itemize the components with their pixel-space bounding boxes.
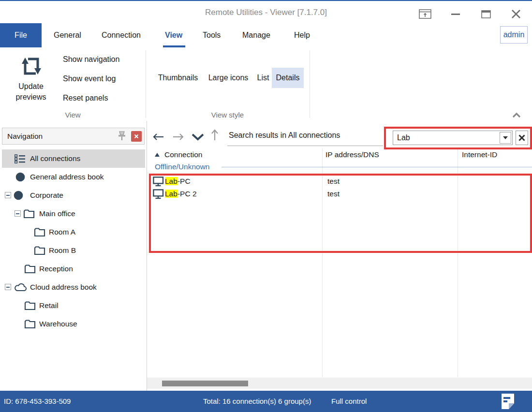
sidebar-item-cloud-address-book[interactable]: Cloud address book — [2, 278, 145, 296]
update-previews-button[interactable] — [17, 52, 44, 81]
ribbon: Update previews Show navigation Show eve… — [0, 47, 532, 121]
status-mode: Full control — [331, 391, 367, 412]
sidebar-item-label: Room A — [49, 223, 75, 241]
chevron-down-icon — [191, 133, 205, 141]
sidebar-item-label: Main office — [39, 205, 75, 223]
sidebar-item-warehouse[interactable]: Warehouse — [2, 315, 145, 333]
folder-icon — [24, 301, 36, 310]
close-button[interactable] — [508, 7, 524, 21]
tab-help[interactable]: Help — [294, 23, 310, 47]
connection-name-rest: -PC 2 — [177, 190, 197, 198]
status-total: Total: 16 connection(s) 6 group(s) — [203, 391, 311, 412]
connection-name: Lab-PC 2 — [165, 188, 197, 200]
collapse-expander[interactable] — [15, 210, 21, 217]
folder-icon — [34, 246, 45, 255]
update-previews-label[interactable]: Update previews — [9, 81, 53, 103]
show-event-log-button[interactable]: Show event log — [63, 73, 116, 85]
ribbon-tab-bar: File General Connection View Tools Manag… — [0, 23, 532, 47]
sidebar-item-room-b[interactable]: Room B — [2, 241, 145, 260]
sort-ascending-icon — [155, 153, 160, 157]
table-row[interactable]: Lab-PC 2 test — [149, 188, 532, 200]
show-navigation-button[interactable]: Show navigation — [63, 53, 119, 66]
ip-cell: test — [327, 188, 340, 200]
sidebar-item-reception[interactable]: Reception — [2, 260, 145, 278]
sidebar-item-general-address-book[interactable]: General address book — [2, 168, 145, 186]
sidebar-item-retail[interactable]: Retail — [2, 296, 145, 315]
address-underline — [227, 146, 383, 146]
folder-icon — [34, 227, 45, 237]
clear-search-button[interactable] — [516, 131, 528, 145]
pin-window-button[interactable] — [417, 7, 433, 21]
minimize-icon — [451, 14, 460, 15]
close-panel-button[interactable] — [131, 131, 142, 142]
navigation-panel-title: Navigation — [7, 128, 43, 144]
column-header-connection[interactable]: Connection — [164, 148, 202, 162]
address-book-icon — [14, 191, 23, 200]
navigation-panel: Navigation — [0, 121, 147, 391]
view-style-large-icons[interactable]: Large icons — [203, 68, 253, 88]
title-bar: Remote Utilities - Viewer [7.1.7.0] — [0, 1, 532, 23]
search-box — [393, 131, 513, 145]
sidebar-item-corporate[interactable]: Corporate — [2, 186, 145, 205]
view-style-details[interactable]: Details — [272, 68, 304, 88]
connection-name: Lab-PC — [165, 175, 191, 188]
horizontal-scrollbar[interactable] — [147, 378, 532, 389]
sidebar-item-label: Warehouse — [39, 315, 77, 333]
maximize-icon — [481, 10, 491, 18]
column-header-internet-id[interactable]: Internet-ID — [462, 148, 497, 162]
close-icon — [134, 134, 139, 139]
connection-name-rest: -PC — [177, 177, 191, 185]
message-log-button[interactable] — [501, 393, 515, 412]
ribbon-group-label-view: View — [0, 110, 146, 120]
reset-panels-button[interactable]: Reset panels — [63, 92, 108, 104]
chevron-down-icon — [503, 136, 508, 139]
maximize-button[interactable] — [478, 7, 494, 21]
sidebar-item-main-office[interactable]: Main office — [2, 205, 145, 223]
history-dropdown-button[interactable] — [191, 131, 205, 143]
search-input[interactable] — [393, 131, 497, 145]
address-book-icon — [15, 172, 25, 182]
search-match-highlight: Lab — [165, 190, 177, 198]
cloud-icon — [14, 283, 27, 292]
scrollbar-thumb[interactable] — [162, 381, 248, 386]
arrow-right-icon — [172, 133, 185, 141]
view-style-list[interactable]: List — [254, 68, 272, 88]
pin-panel-button[interactable] — [117, 131, 127, 144]
up-level-button[interactable] — [211, 128, 219, 141]
search-match-highlight: Lab — [165, 177, 177, 185]
tab-view[interactable]: View — [165, 23, 182, 47]
account-button[interactable]: admin — [500, 26, 528, 44]
ribbon-group-label-view-style: View style — [146, 110, 310, 120]
column-header-ip[interactable]: IP address/DNS — [325, 148, 379, 162]
tab-connection[interactable]: Connection — [102, 23, 141, 47]
arrow-left-icon — [152, 133, 164, 141]
back-button[interactable] — [152, 131, 164, 143]
tab-manage[interactable]: Manage — [242, 23, 270, 47]
sidebar-item-label: All connections — [30, 149, 80, 168]
table-row[interactable]: Lab-PC test — [149, 175, 532, 188]
search-dropdown-button[interactable] — [500, 132, 511, 144]
folder-icon — [24, 264, 36, 274]
breadcrumb: Search results in All connections — [229, 125, 340, 146]
pin-to-top-icon — [419, 9, 431, 19]
collapse-ribbon-button[interactable] — [512, 111, 521, 120]
tab-general[interactable]: General — [54, 23, 81, 47]
sidebar-item-all-connections[interactable]: All connections — [2, 149, 145, 168]
collapse-expander[interactable] — [5, 284, 11, 290]
sidebar-item-room-a[interactable]: Room A — [2, 223, 145, 241]
computer-icon — [153, 189, 164, 199]
window-border — [0, 0, 532, 1]
group-header-offline[interactable]: Offline/Unknown — [155, 161, 209, 173]
app-window: Remote Utilities - Viewer [7.1.7.0] — [0, 0, 532, 412]
tab-tools[interactable]: Tools — [203, 23, 221, 47]
note-icon — [501, 393, 515, 410]
sidebar-item-label: Cloud address book — [30, 278, 97, 296]
chevron-up-icon — [512, 112, 521, 118]
forward-button[interactable] — [172, 131, 185, 143]
view-style-thumbnails[interactable]: Thumbnails — [154, 68, 202, 88]
connections-list-icon — [15, 154, 25, 163]
minimize-button[interactable] — [447, 7, 464, 21]
collapse-expander[interactable] — [5, 192, 11, 198]
tab-file[interactable]: File — [0, 23, 42, 47]
connection-list-pane: Search results in All connections Connec… — [147, 121, 532, 391]
